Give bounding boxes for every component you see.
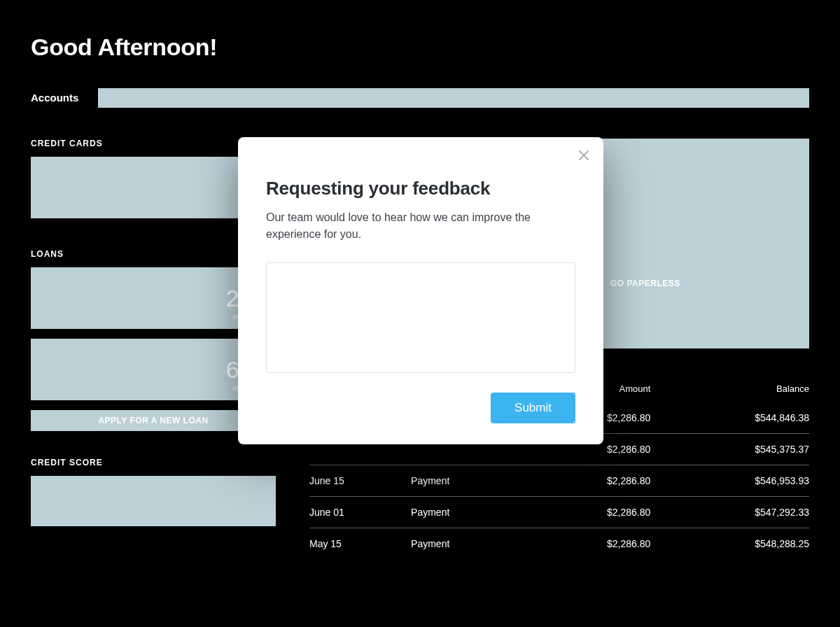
section-credit-score-label: CREDIT SCORE	[31, 458, 276, 467]
tab-bar-fill	[98, 88, 809, 108]
col-balance: Balance	[650, 383, 809, 402]
submit-button[interactable]: Submit	[491, 393, 575, 423]
credit-score-tile[interactable]	[31, 476, 276, 526]
modal-title: Requesting your feedback	[266, 178, 575, 199]
cell-date: May 15	[309, 528, 411, 560]
cell-date: June 01	[309, 497, 411, 528]
tab-bar: Accounts	[31, 85, 809, 111]
table-row[interactable]: May 15 Payment $2,286.80 $548,288.25	[309, 528, 809, 560]
modal-body: Our team would love to hear how we can i…	[266, 209, 575, 243]
cell-date: June 15	[309, 465, 411, 497]
close-icon[interactable]	[575, 147, 592, 164]
cell-amount: $2,286.80	[524, 528, 650, 560]
cell-balance: $546,953.93	[650, 465, 809, 497]
feedback-modal: Requesting your feedback Our team would …	[238, 137, 603, 444]
cell-balance: $547,292.33	[650, 497, 809, 528]
table-row[interactable]: June 15 Payment $2,286.80 $546,953.93	[309, 465, 809, 497]
cell-balance: $544,846.38	[650, 402, 809, 434]
cell-balance: $545,375.37	[650, 434, 809, 465]
cell-amount: $2,286.80	[524, 465, 650, 497]
tab-accounts[interactable]: Accounts	[31, 85, 78, 111]
table-row[interactable]: June 01 Payment $2,286.80 $547,292.33	[309, 497, 809, 528]
page-greeting: Good Afternoon!	[31, 34, 809, 61]
cell-type: Payment	[411, 528, 524, 560]
cell-amount: $2,286.80	[524, 497, 650, 528]
cell-type: Payment	[411, 465, 524, 497]
cell-balance: $548,288.25	[650, 528, 809, 560]
go-paperless-button[interactable]: GO PAPERLESS	[610, 279, 680, 288]
cell-type: Payment	[411, 497, 524, 528]
feedback-textarea[interactable]	[266, 262, 575, 373]
